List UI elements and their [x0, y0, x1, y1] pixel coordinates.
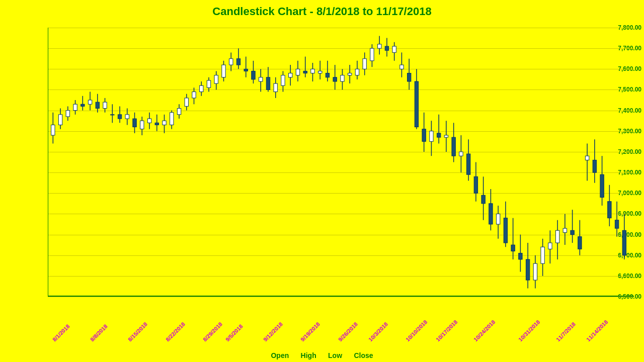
svg-rect-17	[111, 115, 114, 115]
svg-rect-37	[185, 98, 188, 106]
svg-rect-91	[385, 46, 388, 50]
svg-rect-149	[600, 174, 604, 197]
svg-rect-117	[481, 195, 485, 203]
legend-open: Open	[271, 351, 289, 359]
svg-rect-49	[229, 59, 233, 65]
svg-rect-35	[177, 109, 181, 115]
svg-rect-21	[125, 115, 129, 119]
legend-high: High	[301, 351, 316, 359]
x-axis-label: 9/19/2018	[299, 321, 321, 342]
svg-rect-25	[140, 121, 144, 129]
svg-rect-53	[244, 69, 248, 71]
svg-rect-145	[585, 156, 589, 160]
x-axis-label: 10/17/2018	[435, 319, 458, 342]
svg-rect-69	[303, 71, 307, 73]
x-axis-label: 11/7/2018	[555, 321, 577, 342]
svg-rect-93	[392, 46, 396, 52]
svg-rect-109	[452, 137, 455, 156]
svg-rect-139	[563, 228, 567, 232]
svg-rect-5	[66, 111, 69, 117]
svg-rect-119	[489, 204, 493, 224]
svg-rect-77	[333, 77, 337, 81]
svg-rect-31	[163, 121, 166, 125]
x-axis-label: 10/10/2018	[405, 319, 428, 342]
svg-rect-121	[496, 214, 500, 224]
x-axis-label: 9/12/2018	[262, 321, 284, 342]
svg-rect-63	[281, 75, 285, 86]
svg-rect-19	[118, 115, 121, 119]
x-axis-label: 8/8/2018	[89, 323, 109, 343]
svg-rect-73	[318, 71, 322, 73]
x-axis-label: 10/3/2018	[367, 321, 389, 342]
legend-close: Close	[354, 351, 373, 359]
svg-rect-65	[289, 73, 292, 77]
svg-rect-71	[311, 69, 314, 73]
svg-rect-59	[266, 77, 270, 90]
chart-container: Candlestick Chart - 8/1/2018 to 11/17/20…	[0, 0, 644, 362]
x-axis-label: 8/15/2018	[127, 321, 148, 342]
candlestick-chart	[48, 28, 634, 297]
svg-rect-29	[155, 123, 158, 125]
svg-rect-97	[407, 73, 411, 81]
svg-rect-27	[147, 119, 151, 123]
svg-rect-7	[73, 104, 77, 110]
x-axis-label: 8/22/2018	[165, 321, 186, 342]
svg-rect-75	[326, 73, 329, 77]
svg-rect-79	[341, 75, 344, 81]
svg-rect-13	[96, 102, 99, 108]
legend-low: Low	[328, 351, 342, 359]
x-axis-label: 11/14/2018	[585, 319, 609, 342]
svg-rect-85	[363, 59, 366, 69]
svg-rect-15	[103, 102, 107, 108]
svg-rect-103	[430, 131, 433, 142]
svg-rect-155	[622, 230, 626, 255]
svg-rect-141	[571, 230, 574, 234]
svg-rect-129	[526, 259, 529, 280]
svg-rect-9	[81, 104, 85, 106]
svg-rect-127	[519, 253, 522, 259]
x-axis-label: 9/26/2018	[337, 321, 359, 342]
svg-rect-123	[504, 218, 507, 243]
svg-rect-137	[555, 230, 559, 243]
svg-rect-95	[400, 65, 404, 69]
svg-rect-57	[259, 77, 263, 81]
svg-rect-81	[348, 73, 352, 75]
svg-rect-89	[377, 44, 381, 48]
svg-rect-135	[548, 243, 552, 249]
svg-rect-83	[355, 69, 359, 75]
svg-rect-133	[541, 247, 544, 263]
svg-rect-23	[133, 119, 136, 127]
svg-rect-101	[422, 129, 426, 142]
svg-rect-3	[58, 115, 62, 125]
svg-rect-1	[51, 125, 55, 135]
svg-rect-47	[222, 65, 225, 77]
svg-rect-99	[415, 81, 418, 127]
svg-rect-55	[252, 71, 255, 79]
chart-title: Candlestick Chart - 8/1/2018 to 11/17/20…	[0, 0, 644, 21]
svg-rect-153	[615, 220, 618, 228]
svg-rect-67	[296, 69, 299, 75]
x-axis-label: 9/5/2018	[224, 323, 244, 343]
svg-rect-43	[207, 80, 210, 87]
svg-rect-143	[578, 237, 582, 249]
svg-rect-115	[474, 176, 477, 193]
svg-rect-151	[608, 202, 611, 218]
svg-rect-87	[370, 48, 374, 61]
svg-rect-11	[88, 100, 92, 104]
svg-rect-41	[200, 85, 203, 92]
svg-rect-113	[466, 154, 470, 174]
svg-rect-61	[274, 83, 277, 92]
svg-rect-125	[511, 245, 515, 251]
svg-rect-147	[593, 160, 596, 172]
svg-rect-111	[459, 152, 463, 156]
x-axis-label: 8/1/2018	[51, 323, 71, 343]
x-axis-label: 8/29/2018	[202, 321, 223, 342]
x-axis-label: 10/31/2018	[517, 319, 541, 342]
svg-rect-107	[444, 135, 448, 137]
svg-rect-33	[170, 113, 174, 125]
svg-rect-51	[236, 59, 240, 65]
grid-line	[48, 297, 634, 297]
svg-rect-39	[192, 92, 196, 98]
chart-legend: Open High Low Close	[0, 351, 644, 359]
svg-rect-45	[214, 75, 218, 83]
